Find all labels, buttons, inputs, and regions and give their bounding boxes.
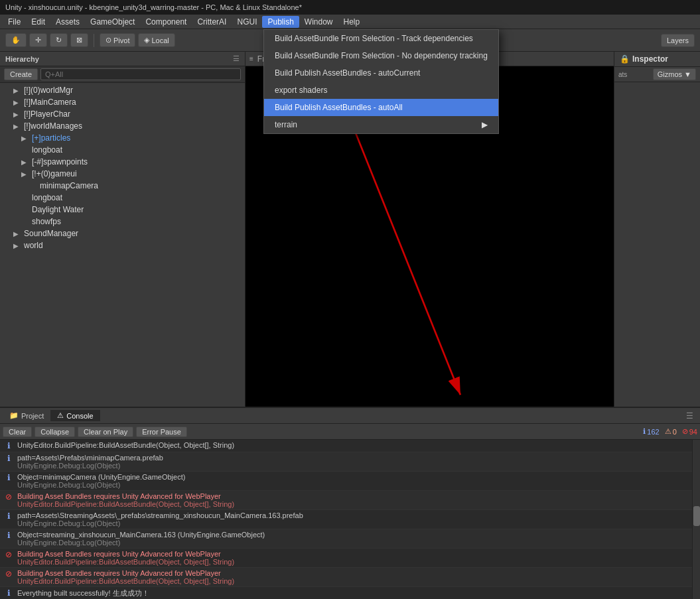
dropdown-item-export-shaders[interactable]: export shaders [264,82,498,99]
list-item[interactable]: minimapCamera [0,180,245,192]
list-item[interactable]: ▶ world [0,239,245,251]
list-item[interactable]: ▶ [-#]spawnpoints [0,156,245,168]
error-count: ⊘ 94 [682,427,697,436]
menu-component[interactable]: Component [140,16,192,28]
hierarchy-header: Hierarchy ☰ [0,52,245,66]
log-entry-error[interactable]: ⊘ Building Asset Bundles requires Unity … [0,491,692,510]
list-item[interactable]: ▶ [!](0)worldMgr [0,84,245,96]
collapse-button[interactable]: Collapse [35,427,75,437]
list-item[interactable]: ▶ [!]MainCamera [0,96,245,108]
console-icon: ⚠ [57,411,64,420]
info-icon: ℹ [4,441,13,450]
list-item[interactable]: Daylight Water [0,204,245,216]
expand-icon: ▶ [13,111,21,118]
item-label: [+]particles [32,133,70,143]
bottom-panel-options: ☰ [682,411,697,421]
dropdown-item-build-auto-all[interactable]: Build Publish AssetBundles - autoAll [264,99,498,116]
log-text: Building Asset Bundles requires Unity Ad… [17,550,688,566]
item-label: [!]MainCamera [24,98,76,107]
scene-tab-icon: ≡ [249,55,253,62]
error-icon: ⊘ [682,427,688,436]
log-text: Building Asset Bundles requires Unity Ad… [17,569,688,585]
hierarchy-collapse-icon: ☰ [233,54,240,63]
list-item[interactable]: ▶ [!+(0)gameui [0,168,245,180]
dropdown-item-build-no-dep[interactable]: Build AssetBundle From Selection - No de… [264,47,498,64]
menu-window[interactable]: Window [299,16,338,28]
dropdown-item-terrain[interactable]: terrain ▶ [264,116,498,133]
list-item[interactable]: showfps [0,216,245,228]
pivot-button[interactable]: ⊙ Pivot [100,33,135,47]
log-entry[interactable]: ℹ UnityEditor.BuildPipeline:BuildAssetBu… [0,440,692,452]
info-icon: ℹ [643,427,646,436]
expand-icon: ▶ [21,135,29,142]
item-label: [!](0)worldMgr [24,86,73,95]
error-icon: ⊘ [4,550,13,559]
layers-button[interactable]: Layers [661,34,695,47]
separator-1 [94,34,94,47]
dropdown-item-build-track[interactable]: Build AssetBundle From Selection - Track… [264,30,498,47]
menu-file[interactable]: File [3,16,26,28]
log-entry[interactable]: ℹ Object=minimapCamera (UnityEngine.Game… [0,472,692,491]
item-label: SoundManager [24,229,78,238]
error-pause-button[interactable]: Error Pause [136,427,187,437]
expand-icon: ▶ [13,230,21,237]
scale-tool-button[interactable]: ⊠ [70,33,88,47]
title-bar: Unity - xinshoucun.unity - kbengine_unit… [0,0,700,15]
list-item[interactable]: ▶ [!]worldManages [0,120,245,132]
project-icon: 📁 [9,411,19,420]
gizmos-button[interactable]: Gizmos ▼ [653,68,696,80]
log-text: path=Assets\Prefabs\minimapCamera.prefab… [17,454,688,470]
list-item[interactable]: ▶ [+]particles [0,132,245,144]
clear-button[interactable]: Clear [3,427,32,437]
log-entry[interactable]: ℹ Everything built successfully! 生成成功！ U… [0,587,692,599]
log-entry[interactable]: ℹ path=Assets\StreamingAssets\_prefabs\s… [0,510,692,529]
clear-on-play-button[interactable]: Clear on Play [78,427,133,437]
log-text: Object=minimapCamera (UnityEngine.GameOb… [17,473,688,489]
tab-console[interactable]: ⚠ Console [50,410,100,421]
warn-icon: ⚠ [665,427,671,436]
menu-publish[interactable]: Publish [262,16,299,28]
warn-count: ⚠ 0 [665,427,677,436]
menu-help[interactable]: Help [338,16,366,28]
item-label: showfps [32,217,61,226]
menu-assets[interactable]: Assets [50,16,85,28]
log-text: Everything built successfully! 生成成功！ Uni… [17,588,688,599]
console-log[interactable]: ℹ UnityEditor.BuildPipeline:BuildAssetBu… [0,440,692,599]
item-label: minimapCamera [40,181,98,190]
publish-dropdown: Build AssetBundle From Selection - Track… [263,29,499,134]
inspector-lock-icon: 🔒 [620,54,630,64]
info-icon: ℹ [4,454,13,463]
hierarchy-search-bar: Create [0,66,245,83]
move-tool-button[interactable]: ✛ [29,33,47,47]
list-item[interactable]: longboat [0,144,245,156]
hierarchy-create-button[interactable]: Create [4,68,38,80]
item-label: [!]worldManages [24,121,82,131]
stats-label: ats [618,71,627,78]
local-button[interactable]: ◈ Local [138,33,175,47]
list-item[interactable]: longboat [0,192,245,204]
hierarchy-title: Hierarchy [5,55,39,63]
console-scrollbar[interactable] [692,440,700,599]
log-entry-error[interactable]: ⊘ Building Asset Bundles requires Unity … [0,549,692,568]
scrollbar-thumb[interactable] [693,506,700,526]
list-item[interactable]: ▶ [!]PlayerChar [0,108,245,120]
item-label: longboat [32,145,62,155]
hand-tool-button[interactable]: ✋ [5,33,27,47]
console-toolbar: Clear Collapse Clear on Play Error Pause… [0,424,700,440]
log-entry-error[interactable]: ⊘ Building Asset Bundles requires Unity … [0,568,692,587]
item-label: longboat [32,193,62,202]
log-entry[interactable]: ℹ path=Assets\Prefabs\minimapCamera.pref… [0,452,692,472]
menu-critterai[interactable]: CritterAI [192,16,232,28]
list-item[interactable]: ▶ SoundManager [0,228,245,239]
hierarchy-search-input[interactable] [40,68,241,80]
hierarchy-list: ▶ [!](0)worldMgr ▶ [!]MainCamera ▶ [!]Pl… [0,83,245,407]
menu-ngui[interactable]: NGUI [232,16,262,28]
tab-project[interactable]: 📁 Project [3,410,50,421]
bottom-panel-menu-icon[interactable]: ☰ [682,410,697,422]
rotate-tool-button[interactable]: ↻ [50,33,68,47]
dropdown-item-build-auto-current[interactable]: Build Publish AssetBundles - autoCurrent [264,64,498,82]
log-entry[interactable]: ℹ Object=streaming_xinshoucun_MainCamera… [0,529,692,549]
console-content: ℹ UnityEditor.BuildPipeline:BuildAssetBu… [0,440,700,599]
menu-gameobject[interactable]: GameObject [85,16,140,28]
menu-edit[interactable]: Edit [26,16,50,28]
